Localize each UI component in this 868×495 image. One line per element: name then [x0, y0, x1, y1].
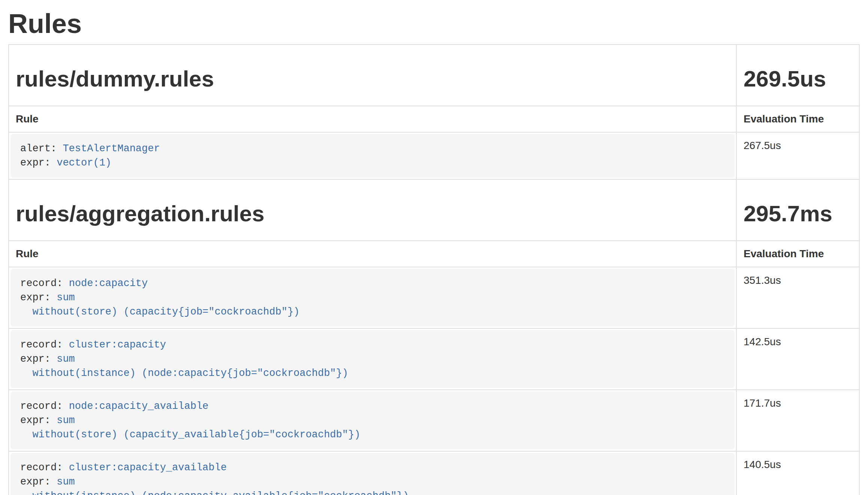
- rule-row: alert: TestAlertManager expr: vector(1)2…: [9, 132, 859, 179]
- rule-row: record: node:capacity_available expr: su…: [9, 390, 859, 451]
- rule-group-eval-time: 295.7ms: [744, 201, 852, 226]
- rule-definition: record: cluster:capacity_available expr:…: [10, 453, 735, 495]
- rule-link[interactable]: node:capacity_available: [69, 401, 209, 412]
- rule-link[interactable]: sum without(store) (capacity{job="cockro…: [20, 292, 299, 318]
- rule-definition: alert: TestAlertManager expr: vector(1): [10, 134, 735, 177]
- rule-link[interactable]: cluster:capacity_available: [69, 462, 227, 473]
- rule-group-header-row: rules/dummy.rules269.5us: [9, 45, 859, 106]
- rule-keyword: alert:: [20, 143, 63, 154]
- rule-row: record: node:capacity expr: sum without(…: [9, 267, 859, 328]
- rule-group-eval-cell: 269.5us: [736, 45, 859, 106]
- rule-keyword: record:: [20, 401, 69, 412]
- rule-group-file: rules/dummy.rules: [16, 67, 729, 91]
- rule-link[interactable]: vector(1): [57, 157, 111, 168]
- rule-column-header: Rule: [9, 241, 736, 267]
- rule-definition-cell: record: cluster:capacity expr: sum witho…: [9, 328, 736, 390]
- rule-definition-cell: record: node:capacity expr: sum without(…: [9, 267, 736, 328]
- rule-group-header-row: rules/aggregation.rules295.7ms: [9, 179, 859, 241]
- rule-definition: record: node:capacity_available expr: su…: [10, 392, 735, 449]
- rule-group-file: rules/aggregation.rules: [16, 201, 729, 226]
- rule-keyword: record:: [20, 278, 69, 289]
- rule-eval-time: 267.5us: [736, 132, 859, 179]
- rule-definition-cell: alert: TestAlertManager expr: vector(1): [9, 132, 736, 179]
- rules-table-body: rules/dummy.rules269.5usRuleEvaluation T…: [9, 45, 859, 495]
- rule-eval-time: 171.7us: [736, 390, 859, 451]
- rule-column-header: Rule: [9, 106, 736, 132]
- rule-row: record: cluster:capacity expr: sum witho…: [9, 328, 859, 390]
- rule-definition-cell: record: node:capacity_available expr: su…: [9, 390, 736, 451]
- rule-link[interactable]: sum without(store) (capacity_available{j…: [20, 415, 360, 440]
- rule-link[interactable]: sum without(instance) (node:capacity{job…: [20, 353, 348, 379]
- rule-link[interactable]: TestAlertManager: [63, 143, 160, 154]
- rule-link[interactable]: node:capacity: [69, 278, 148, 289]
- rule-keyword: expr:: [20, 292, 57, 303]
- rule-group-file-cell: rules/aggregation.rules: [9, 179, 736, 241]
- rule-keyword: expr:: [20, 476, 57, 488]
- rule-keyword: record:: [20, 339, 69, 350]
- rule-link[interactable]: cluster:capacity: [69, 339, 166, 350]
- page-title: Rules: [8, 10, 860, 38]
- rule-keyword: expr:: [20, 157, 57, 168]
- rule-group-file-cell: rules/dummy.rules: [9, 45, 736, 106]
- rule-group-eval-cell: 295.7ms: [736, 179, 859, 241]
- rule-definition: record: node:capacity expr: sum without(…: [10, 269, 735, 327]
- column-header-row: RuleEvaluation Time: [9, 106, 859, 132]
- rule-link[interactable]: sum without(instance) (node:capacity_ava…: [20, 476, 409, 495]
- rules-table: rules/dummy.rules269.5usRuleEvaluation T…: [8, 44, 860, 495]
- rule-definition-cell: record: cluster:capacity_available expr:…: [9, 451, 736, 495]
- rule-eval-time: 351.3us: [736, 267, 859, 328]
- rule-definition: record: cluster:capacity expr: sum witho…: [10, 330, 735, 388]
- rule-eval-time: 142.5us: [736, 328, 859, 390]
- rule-keyword: expr:: [20, 353, 57, 365]
- rule-group-eval-time: 269.5us: [744, 67, 852, 91]
- column-header-row: RuleEvaluation Time: [9, 241, 859, 267]
- eval-time-column-header: Evaluation Time: [736, 241, 859, 267]
- eval-time-column-header: Evaluation Time: [736, 106, 859, 132]
- rule-eval-time: 140.5us: [736, 451, 859, 495]
- rule-keyword: expr:: [20, 415, 57, 426]
- rule-row: record: cluster:capacity_available expr:…: [9, 451, 859, 495]
- rule-keyword: record:: [20, 462, 69, 473]
